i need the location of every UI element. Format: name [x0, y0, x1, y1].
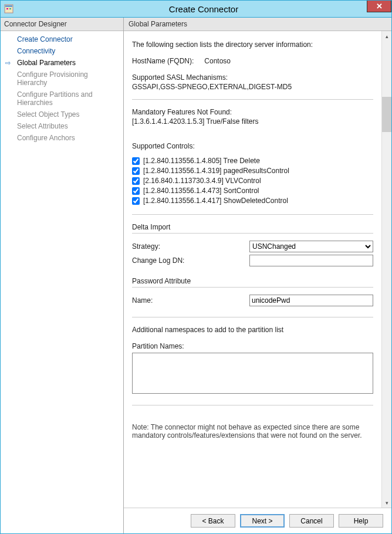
control-text: [1.2.840.113556.1.4.805] Tree Delete	[143, 157, 260, 165]
note-text: Note: The connector might not behave as …	[132, 423, 373, 442]
scroll-wrap: The following section lists the director…	[124, 31, 391, 508]
control-row: [1.2.840.113556.1.4.417] ShowDeletedCont…	[132, 197, 373, 205]
close-icon: ✕	[376, 2, 383, 11]
nav-label: Create Connector	[17, 35, 73, 43]
nav-attributes: Select Attributes	[1, 120, 123, 132]
hostname-row: HostName (FQDN): Contoso	[132, 57, 373, 65]
partition-label: Partition Names:	[132, 342, 373, 350]
changelog-label: Change Log DN:	[132, 256, 249, 265]
nav-connectivity[interactable]: Connectivity	[1, 45, 123, 57]
scroll-track[interactable]	[382, 41, 391, 498]
divider	[132, 317, 373, 317]
control-checkbox[interactable]	[132, 197, 140, 205]
divider	[132, 287, 373, 288]
window-title: Create Connector	[16, 4, 391, 14]
titlebar: Create Connector ✕	[1, 1, 391, 17]
namespaces-intro: Additional namespaces to add to the part…	[132, 326, 373, 334]
nav-list: Create Connector Connectivity ⇨Global Pa…	[1, 31, 123, 146]
changelog-row: Change Log DN:	[132, 255, 373, 266]
nav-anchors: Configure Anchors	[1, 132, 123, 144]
nav-label: Select Object Types	[17, 110, 80, 119]
name-row: Name:	[132, 295, 373, 306]
cancel-button[interactable]: Cancel	[289, 514, 334, 528]
name-label: Name:	[132, 296, 249, 305]
strategy-select[interactable]: USNChanged	[249, 241, 373, 252]
password-header: Password Attribute	[132, 277, 373, 285]
control-row: [1.2.840.113556.1.4.805] Tree Delete	[132, 157, 373, 165]
hostname-label: HostName (FQDN):	[132, 57, 202, 65]
control-checkbox[interactable]	[132, 167, 140, 175]
mandatory-label: Mandatory Features Not Found:	[132, 108, 373, 116]
svg-rect-1	[5, 5, 12, 7]
control-row: [1.2.840.113556.1.4.319] pagedResultsCon…	[132, 167, 373, 175]
strategy-row: Strategy: USNChanged	[132, 241, 373, 252]
nav-label: Connectivity	[17, 47, 55, 55]
control-checkbox[interactable]	[132, 177, 140, 185]
divider	[132, 405, 373, 405]
control-checkbox[interactable]	[132, 157, 140, 165]
sidebar-header: Connector Designer	[1, 18, 123, 31]
back-button[interactable]: < Back	[191, 514, 235, 528]
nav-partitions-hierarchies: Configure Partitions and Hierarchies	[1, 89, 123, 109]
control-text: [1.2.840.113556.1.4.319] pagedResultsCon…	[143, 167, 289, 175]
nav-label: Configure Partitions and Hierarchies	[17, 90, 93, 107]
partition-names-input[interactable]	[132, 353, 373, 394]
sasl-value: GSSAPI,GSS-SPNEGO,EXTERNAL,DIGEST-MD5	[132, 83, 373, 91]
nav-label: Configure Provisioning Hierarchy	[17, 70, 88, 87]
control-row: [1.2.840.113556.1.4.473] SortControl	[132, 187, 373, 195]
app-icon	[4, 4, 13, 13]
nav-object-types: Select Object Types	[1, 109, 123, 120]
mandatory-value: [1.3.6.1.4.1.4203.1.5.3] True/False filt…	[132, 117, 373, 126]
nav-provisioning-hierarchy: Configure Provisioning Hierarchy	[1, 69, 123, 89]
nav-label: Select Attributes	[17, 122, 68, 130]
strategy-label: Strategy:	[132, 242, 249, 251]
name-input[interactable]	[249, 295, 373, 306]
scroll-thumb[interactable]	[382, 97, 391, 132]
divider	[132, 233, 373, 234]
nav-global-parameters[interactable]: ⇨Global Parameters	[1, 57, 123, 69]
content-area: The following section lists the director…	[124, 31, 381, 508]
help-button[interactable]: Help	[339, 514, 383, 528]
control-checkbox[interactable]	[132, 187, 140, 195]
sidebar: Connector Designer Create Connector Conn…	[1, 18, 124, 533]
scroll-up-button[interactable]: ▴	[382, 31, 391, 41]
button-bar: < Back Next > Cancel Help	[124, 508, 391, 533]
divider	[132, 99, 373, 100]
control-text: [2.16.840.1.113730.3.4.9] VLVControl	[143, 177, 261, 185]
control-row: [2.16.840.1.113730.3.4.9] VLVControl	[132, 177, 373, 185]
intro-text: The following section lists the director…	[132, 40, 373, 49]
main-panel: Global Parameters The following section …	[124, 18, 391, 533]
body-area: Connector Designer Create Connector Conn…	[1, 17, 391, 533]
nav-label: Global Parameters	[17, 59, 76, 67]
divider	[132, 214, 373, 215]
nav-label: Configure Anchors	[17, 134, 75, 142]
controls-label: Supported Controls:	[132, 142, 373, 150]
control-text: [1.2.840.113556.1.4.473] SortControl	[143, 187, 259, 195]
close-button[interactable]: ✕	[367, 1, 391, 12]
nav-create-connector[interactable]: Create Connector	[1, 33, 123, 45]
next-button[interactable]: Next >	[240, 514, 285, 528]
main-header: Global Parameters	[124, 18, 391, 31]
dialog-window: Create Connector ✕ Connector Designer Cr…	[0, 0, 392, 534]
arrow-icon: ⇨	[5, 59, 11, 67]
sasl-label: Supported SASL Mechanisms:	[132, 73, 373, 82]
svg-rect-2	[6, 8, 8, 9]
svg-rect-3	[9, 8, 11, 9]
hostname-value: Contoso	[204, 57, 231, 65]
scroll-down-button[interactable]: ▾	[382, 498, 391, 508]
vertical-scrollbar[interactable]: ▴ ▾	[381, 31, 391, 508]
control-text: [1.2.840.113556.1.4.417] ShowDeletedCont…	[143, 197, 288, 205]
delta-header: Delta Import	[132, 223, 373, 231]
changelog-input[interactable]	[249, 255, 373, 266]
